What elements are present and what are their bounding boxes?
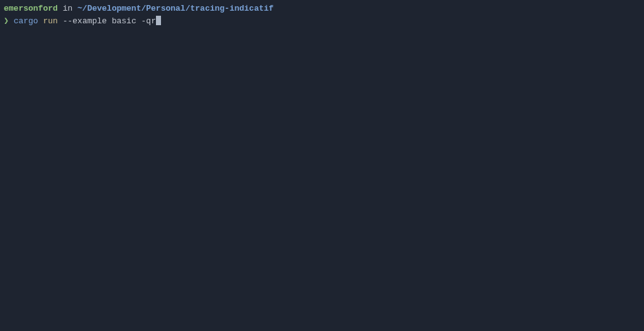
current-directory: ~/Development/Personal/tracing-indicatif bbox=[77, 4, 274, 13]
flag-qr: -qr bbox=[142, 16, 156, 26]
in-separator: in bbox=[58, 4, 77, 13]
command-name: cargo bbox=[14, 16, 38, 26]
prompt-symbol: ❯ bbox=[4, 16, 9, 26]
arg-basic: basic bbox=[112, 16, 136, 26]
prompt-context-line: emersonford in ~/Development/Personal/tr… bbox=[4, 3, 640, 15]
username: emersonford bbox=[4, 4, 58, 13]
command-input-line[interactable]: ❯ cargo run --example basic -qr bbox=[4, 15, 640, 28]
cursor-block bbox=[156, 16, 161, 25]
flag-example: --example bbox=[63, 16, 107, 26]
subcommand: run bbox=[43, 16, 57, 26]
